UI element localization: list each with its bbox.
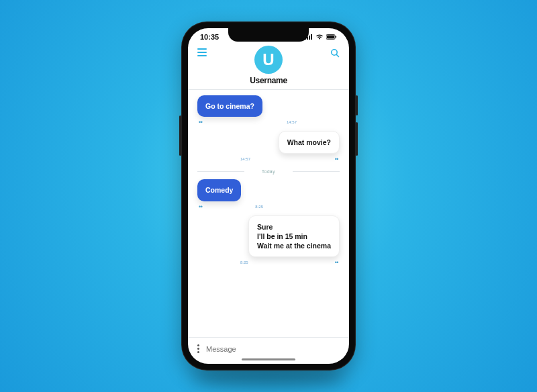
message-meta: 8:25 •• xyxy=(239,258,340,270)
message-line: Go to cinema? xyxy=(205,101,254,111)
message-line: Comedy xyxy=(205,185,233,195)
message-meta: 14:57 •• xyxy=(239,155,340,166)
message-time: 8:25 xyxy=(255,205,263,209)
message-bubble[interactable]: Sure I'll be in 15 min Wait me at the ci… xyxy=(248,215,340,258)
message-meta: •• 8:25 xyxy=(197,203,264,214)
message-time: 14:57 xyxy=(287,120,297,124)
read-indicator-icon: •• xyxy=(199,203,202,210)
message-line: What movie? xyxy=(287,138,331,147)
search-button[interactable] xyxy=(330,46,340,60)
message-bubble[interactable]: Go to cinema? xyxy=(197,95,262,117)
battery-icon xyxy=(326,33,337,41)
message-bubble[interactable]: Comedy xyxy=(197,179,241,201)
screen: 10:35 U Username xyxy=(188,28,349,364)
message-meta: •• 14:57 xyxy=(197,118,298,130)
svg-rect-3 xyxy=(311,34,312,40)
avatar[interactable]: U xyxy=(254,46,283,74)
svg-rect-6 xyxy=(336,36,337,38)
day-separator: Today xyxy=(197,168,340,178)
input-bar xyxy=(188,337,349,356)
notch xyxy=(228,28,309,42)
clock: 10:35 xyxy=(200,33,219,41)
message-time: 14:57 xyxy=(240,157,250,161)
message-bubble[interactable]: What movie? xyxy=(279,131,340,154)
message-line: Sure xyxy=(257,222,331,232)
message-time: 8:25 xyxy=(240,260,248,264)
message-line: I'll be in 15 min xyxy=(257,232,331,241)
username-label: Username xyxy=(250,76,287,85)
svg-line-8 xyxy=(336,54,338,56)
more-options-button[interactable] xyxy=(197,344,199,353)
svg-rect-2 xyxy=(309,36,310,40)
home-indicator[interactable] xyxy=(242,358,295,360)
phone-frame: 10:35 U Username xyxy=(181,21,356,371)
svg-rect-5 xyxy=(327,36,334,39)
read-indicator-icon: •• xyxy=(335,259,338,266)
read-indicator-icon: •• xyxy=(335,156,338,162)
wifi-icon xyxy=(315,33,324,41)
menu-button[interactable] xyxy=(197,46,207,56)
chat-area: Go to cinema? •• 14:57 What movie? 14:57… xyxy=(188,90,349,337)
avatar-letter: U xyxy=(262,50,274,69)
message-line: Wait me at the cinema xyxy=(257,241,331,250)
message-input[interactable] xyxy=(206,345,340,353)
chat-header: U Username xyxy=(188,43,349,85)
read-indicator-icon: •• xyxy=(199,119,202,126)
